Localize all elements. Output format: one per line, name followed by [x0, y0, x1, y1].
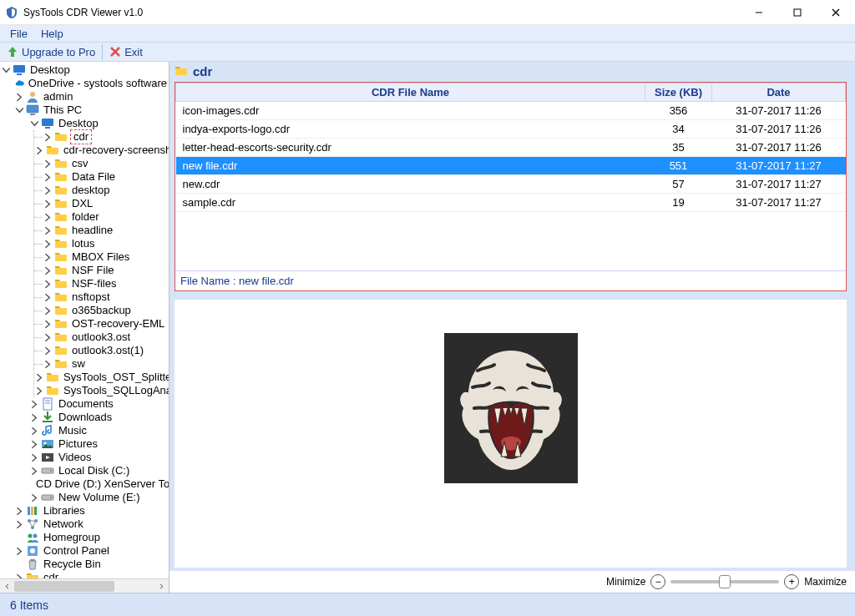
table-row[interactable]: letter-head-escorts-security.cdr3531-07-…: [176, 139, 846, 157]
expand-icon[interactable]: [43, 253, 53, 262]
minimize-button[interactable]: [740, 0, 778, 25]
expand-icon[interactable]: [43, 173, 53, 182]
expand-icon[interactable]: [43, 306, 53, 316]
expand-icon[interactable]: [30, 493, 39, 502]
expand-icon[interactable]: [15, 93, 24, 102]
expand-icon[interactable]: [43, 240, 53, 249]
tree-subfolder[interactable]: csv: [42, 157, 90, 170]
tree-cddrive[interactable]: CD Drive (D:) XenServer Too: [25, 477, 169, 491]
expand-icon[interactable]: [15, 520, 24, 529]
tree-controlpanel[interactable]: Control Panel: [10, 544, 169, 558]
tree-subfolder[interactable]: NSF-files: [42, 277, 118, 290]
tree-onedrive[interactable]: OneDrive - systools software: [10, 77, 169, 90]
expand-icon[interactable]: [43, 213, 53, 222]
tree-subfolder[interactable]: NSF File: [42, 264, 116, 277]
tree-subfolder[interactable]: outlook3.ost: [42, 331, 132, 344]
tree-subfolder[interactable]: sw: [42, 357, 87, 371]
table-row[interactable]: new file.cdr55131-07-2017 11:27: [176, 157, 846, 175]
tree-libraries[interactable]: Libraries: [10, 504, 169, 518]
tree-subfolder[interactable]: o365backup: [42, 304, 133, 317]
expand-icon[interactable]: [15, 547, 24, 556]
tree-subfolder[interactable]: MBOX Files: [42, 250, 131, 264]
expand-icon[interactable]: [43, 293, 53, 302]
expand-icon[interactable]: [43, 360, 53, 369]
col-header-size[interactable]: Size (KB): [645, 83, 712, 102]
table-row[interactable]: new.cdr5731-07-2017 11:27: [176, 175, 846, 194]
expand-icon[interactable]: [43, 159, 53, 169]
expand-icon[interactable]: [43, 266, 53, 275]
tree-music[interactable]: Music: [25, 424, 169, 437]
tree-desktop2[interactable]: Desktop: [25, 117, 169, 130]
expand-icon[interactable]: [30, 413, 39, 422]
tree-cdr-selected[interactable]: cdr: [42, 130, 92, 144]
tree-cdr2[interactable]: cdr: [10, 571, 169, 578]
table-row[interactable]: sample.cdr1931-07-2017 11:27: [176, 194, 846, 212]
expand-icon[interactable]: [30, 440, 39, 449]
table-row[interactable]: icon-images.cdr35631-07-2017 11:26: [176, 102, 846, 120]
scroll-thumb[interactable]: [14, 581, 114, 592]
file-table[interactable]: CDR File Name Size (KB) Date icon-images…: [175, 83, 846, 212]
expand-icon[interactable]: [43, 333, 53, 342]
tree-subfolder[interactable]: DXL: [42, 197, 94, 210]
expand-icon[interactable]: [43, 346, 53, 356]
col-header-date[interactable]: Date: [712, 83, 846, 102]
expand-icon[interactable]: [35, 386, 44, 396]
scroll-left-button[interactable]: [0, 579, 14, 593]
folder-tree[interactable]: Desktop OneDrive - systools software adm…: [0, 63, 169, 578]
zoom-slider[interactable]: [670, 580, 779, 583]
tree-subfolder[interactable]: SysTools_SQLLogAnalyzer: [33, 384, 169, 397]
tree-documents[interactable]: Documents: [25, 397, 169, 411]
tree-thispc[interactable]: This PC: [10, 104, 169, 117]
horizontal-scrollbar[interactable]: [0, 578, 169, 593]
expand-icon[interactable]: [43, 320, 53, 329]
scroll-track[interactable]: [14, 579, 154, 593]
expand-icon[interactable]: [43, 226, 53, 235]
zoom-slider-handle[interactable]: [719, 575, 731, 588]
maximize-button[interactable]: [778, 0, 817, 25]
scroll-right-button[interactable]: [154, 579, 169, 593]
expand-icon[interactable]: [35, 373, 44, 382]
tree-desktop[interactable]: Desktop: [0, 63, 169, 77]
tree-admin[interactable]: admin: [10, 90, 169, 104]
tree-subfolder[interactable]: OST-recovery-EML: [42, 317, 166, 331]
exit-button[interactable]: Exit: [104, 43, 148, 61]
collapse-icon[interactable]: [2, 66, 11, 75]
col-header-name[interactable]: CDR File Name: [176, 83, 645, 102]
tree-downloads[interactable]: Downloads: [25, 411, 169, 424]
table-row[interactable]: indya-exports-logo.cdr3431-07-2017 11:26: [176, 120, 846, 139]
tree-newvolume[interactable]: New Volume (E:): [25, 491, 169, 504]
tree-subfolder[interactable]: outlook3.ost(1): [42, 344, 145, 357]
tree-recyclebin[interactable]: Recycle Bin: [10, 558, 169, 571]
tree-videos[interactable]: Videos: [25, 451, 169, 464]
tree-subfolder[interactable]: headline: [42, 224, 114, 237]
tree-subfolder[interactable]: SysTools_OST_Splitter_2: [33, 371, 169, 384]
expand-icon[interactable]: [43, 133, 53, 142]
expand-icon[interactable]: [30, 427, 39, 436]
collapse-icon[interactable]: [30, 119, 39, 129]
expand-icon[interactable]: [30, 467, 39, 476]
expand-icon[interactable]: [35, 146, 44, 155]
tree-subfolder[interactable]: Data File: [42, 170, 117, 184]
tree-localdisk[interactable]: Local Disk (C:): [25, 464, 169, 477]
tree-subfolder[interactable]: desktop: [42, 184, 112, 197]
upgrade-button[interactable]: Upgrade to Pro: [2, 43, 100, 61]
zoom-out-button[interactable]: −: [650, 574, 665, 589]
tree-subfolder[interactable]: cdr-recovery-screenshot: [33, 144, 169, 157]
tree-homegroup[interactable]: Homegroup: [10, 531, 169, 544]
collapse-icon[interactable]: [15, 106, 24, 115]
tree-network[interactable]: Network: [10, 518, 169, 531]
expand-icon[interactable]: [15, 507, 24, 516]
zoom-in-button[interactable]: +: [784, 574, 799, 589]
expand-icon[interactable]: [43, 280, 53, 289]
expand-icon[interactable]: [43, 199, 53, 209]
tree-pictures[interactable]: Pictures: [25, 437, 169, 451]
tree-subfolder[interactable]: nsftopst: [42, 290, 112, 304]
menu-file[interactable]: File: [3, 27, 34, 41]
close-button[interactable]: [817, 0, 855, 25]
tree-subfolder[interactable]: lotus: [42, 237, 96, 250]
menu-help[interactable]: Help: [34, 27, 70, 41]
expand-icon[interactable]: [30, 400, 39, 409]
tree-subfolder[interactable]: folder: [42, 210, 101, 224]
expand-icon[interactable]: [43, 186, 53, 195]
expand-icon[interactable]: [30, 453, 39, 462]
